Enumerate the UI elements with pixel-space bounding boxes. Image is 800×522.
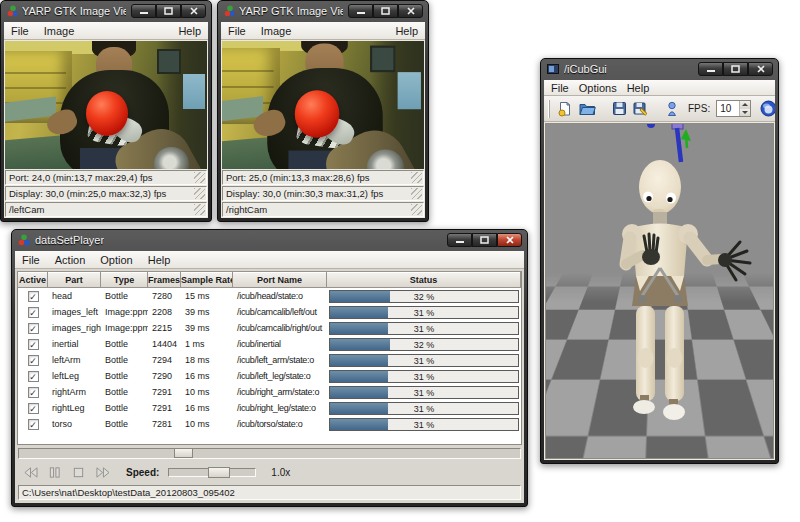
save-button[interactable] (611, 98, 628, 119)
frames-cell: 7280 (148, 291, 181, 301)
table-row: ✓inertialBottle144041 ms/icub/inertial32… (18, 336, 521, 352)
minimize-button[interactable] (447, 233, 472, 247)
world-button[interactable] (759, 98, 775, 119)
active-checkbox[interactable]: ✓ (28, 355, 39, 366)
close-button[interactable] (497, 233, 522, 247)
maximize-button[interactable] (472, 233, 497, 247)
stop-button[interactable] (71, 465, 86, 479)
speed-slider[interactable] (168, 468, 256, 477)
dataset-path-statusbar: C:\Users\nat\Desktop\testData_20120803_0… (18, 485, 521, 500)
menu-help[interactable]: Help (178, 25, 201, 37)
menu-help[interactable]: Help (627, 82, 650, 94)
open-file-button[interactable] (578, 98, 597, 119)
maximize-button[interactable] (373, 4, 398, 18)
minimize-button[interactable] (348, 4, 373, 18)
menu-file[interactable]: File (228, 25, 246, 37)
menubar: File Image Help (4, 22, 208, 40)
active-checkbox[interactable]: ✓ (28, 323, 39, 334)
maximize-button[interactable] (723, 62, 748, 76)
table-row: ✓leftLegBottle729016 ms/icub/left_leg/st… (18, 368, 521, 384)
titlebar[interactable]: /iCubGui (541, 59, 778, 79)
rate-cell: 39 ms (181, 307, 233, 317)
column-header-sample-rate[interactable]: Sample Rate (180, 271, 233, 288)
menu-option[interactable]: Option (100, 254, 132, 266)
menu-help[interactable]: Help (148, 254, 171, 266)
maximize-button[interactable] (156, 4, 181, 18)
menu-help[interactable]: Help (395, 25, 418, 37)
world-icon (760, 100, 775, 117)
toolbar-grip[interactable] (548, 100, 550, 118)
part-cell: rightArm (48, 387, 101, 397)
port-cell: /icub/torso/state:o (233, 419, 327, 429)
active-checkbox[interactable]: ✓ (28, 387, 39, 398)
titlebar[interactable]: dataSetPlayer (12, 230, 527, 250)
fps-increment-button[interactable] (740, 101, 750, 109)
menu-file[interactable]: File (11, 25, 29, 37)
player-content: Active Part Type Frames Sample Rate Port… (15, 269, 524, 503)
type-cell: Image:ppm (101, 307, 148, 317)
menu-file[interactable]: File (22, 254, 40, 266)
status-progressbar: 31 % (329, 418, 519, 431)
column-header-status[interactable]: Status (326, 271, 521, 288)
menu-file[interactable]: File (551, 82, 569, 94)
type-cell: Bottle (101, 291, 148, 301)
column-header-active[interactable]: Active (17, 271, 48, 288)
speed-slider-thumb[interactable] (208, 467, 230, 478)
active-checkbox[interactable]: ✓ (28, 339, 39, 350)
status-progressbar: 31 % (329, 386, 519, 399)
active-checkbox[interactable]: ✓ (28, 371, 39, 382)
column-header-part[interactable]: Part (47, 271, 101, 288)
active-checkbox[interactable]: ✓ (28, 291, 39, 302)
fps-decrement-button[interactable] (740, 109, 750, 117)
window-title: YARP GTK Image Viewer (22, 5, 126, 17)
robot-figure-button[interactable] (664, 98, 680, 119)
active-cell: ✓ (18, 323, 48, 334)
save-as-button[interactable] (632, 98, 650, 119)
minimize-button[interactable] (698, 62, 723, 76)
type-cell: Bottle (101, 419, 148, 429)
status-cell: 32 % (327, 290, 521, 303)
menu-action[interactable]: Action (55, 254, 86, 266)
window-title: dataSetPlayer (35, 234, 104, 246)
table-row: ✓images_rightImage:ppm221539 ms/icub/cam… (18, 320, 521, 336)
display-fps-status: Display: 30,0 (min:25,0 max:32,3) fps (5, 186, 207, 201)
part-cell: leftLeg (48, 371, 101, 381)
3d-viewport[interactable] (545, 123, 774, 459)
camera-image-leftcam (5, 41, 207, 169)
active-checkbox[interactable]: ✓ (28, 419, 39, 430)
column-header-port-name[interactable]: Port Name (232, 271, 327, 288)
datasetplayer-app-icon (18, 234, 30, 246)
close-button[interactable] (398, 4, 423, 18)
column-header-type[interactable]: Type (100, 271, 148, 288)
menu-image[interactable]: Image (44, 25, 75, 37)
titlebar[interactable]: YARP GTK Image Viewer (1, 1, 211, 21)
seek-slider-thumb[interactable] (174, 448, 193, 458)
status-progressbar: 31 % (329, 370, 519, 383)
close-button[interactable] (181, 4, 206, 18)
camera-image-rightcam (222, 41, 424, 169)
minimize-button[interactable] (131, 4, 156, 18)
display-fps-text: Display: 30,0 (min:30,3 max:31,2) fps (226, 188, 383, 199)
type-cell: Bottle (101, 403, 148, 413)
pause-button[interactable] (47, 465, 62, 479)
speed-label: Speed: (126, 467, 159, 478)
active-checkbox[interactable]: ✓ (28, 403, 39, 414)
rate-cell: 10 ms (181, 387, 233, 397)
port-fps-status: Port: 25,0 (min:13,3 max:28,6) fps (222, 170, 424, 185)
new-file-button[interactable] (556, 98, 574, 119)
robot-head (639, 160, 681, 214)
rate-cell: 1 ms (181, 339, 233, 349)
rewind-button[interactable] (23, 465, 38, 479)
menu-options[interactable]: Options (579, 82, 617, 94)
seek-slider[interactable] (18, 448, 521, 459)
active-cell: ✓ (18, 371, 48, 382)
menu-image[interactable]: Image (261, 25, 292, 37)
active-checkbox[interactable]: ✓ (28, 307, 39, 318)
close-button[interactable] (748, 62, 773, 76)
column-header-frames[interactable]: Frames (147, 271, 181, 288)
transport-controls: Speed: 1.0x (17, 460, 522, 484)
fps-spinbox[interactable]: 10 (716, 100, 751, 117)
fast-forward-button[interactable] (95, 465, 110, 479)
fps-value[interactable]: 10 (717, 101, 739, 116)
titlebar[interactable]: YARP GTK Image Viewer (218, 1, 428, 21)
